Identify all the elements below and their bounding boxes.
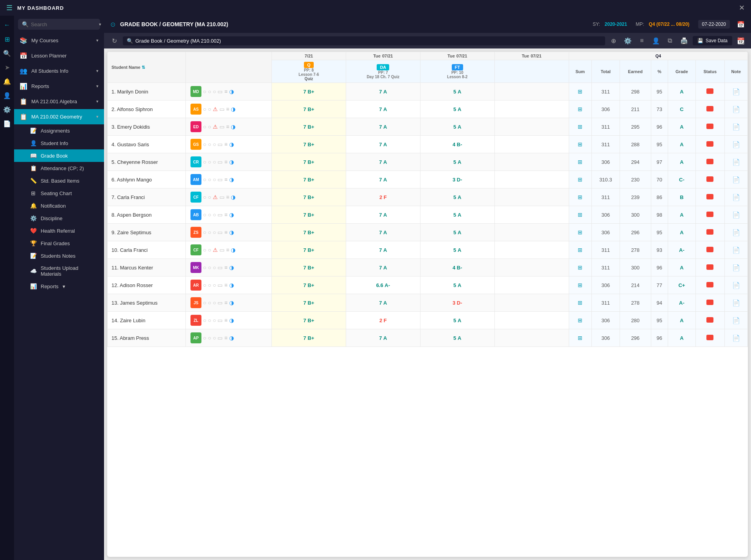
chart-icon[interactable]: ◑ — [229, 159, 234, 165]
circle2-icon[interactable]: ○ — [208, 282, 211, 288]
circle3-icon[interactable]: ○ — [213, 88, 216, 95]
circle2-icon[interactable]: ○ — [208, 124, 211, 130]
msg-icon[interactable]: ▭ — [217, 264, 223, 271]
note-icon[interactable]: 📄 — [732, 176, 740, 183]
msg-icon[interactable]: ▭ — [217, 335, 223, 341]
msg-icon[interactable]: ▭ — [219, 247, 225, 253]
sidebar-item-grade-book[interactable]: 📖 Grade Book — [14, 149, 104, 162]
circle3-icon[interactable]: ○ — [213, 317, 216, 323]
circle-icon[interactable]: ○ — [203, 159, 206, 165]
note-icon[interactable]: 📄 — [732, 159, 740, 165]
sum-icon[interactable]: ⊞ — [578, 176, 582, 183]
chart-icon[interactable]: ◑ — [229, 141, 234, 147]
note-icon[interactable]: 📄 — [732, 141, 740, 148]
sidebar-item-reports-sub[interactable]: 📊 Reports ▾ — [14, 280, 104, 293]
save-button[interactable]: 💾 Save Data — [693, 36, 732, 45]
lines-icon[interactable]: ≡ — [224, 300, 227, 306]
sum-icon[interactable]: ⊞ — [578, 282, 582, 288]
q4-note-cell[interactable]: 📄 — [724, 259, 747, 276]
sort-icon[interactable]: ⇅ — [142, 65, 145, 70]
msg-icon[interactable]: ▭ — [219, 194, 225, 200]
chart-icon[interactable]: ◑ — [229, 88, 234, 95]
circle3-icon[interactable]: ○ — [213, 159, 216, 165]
chart-icon[interactable]: ◑ — [229, 176, 234, 183]
msg-icon[interactable]: ▭ — [217, 88, 223, 95]
lines-icon[interactable]: ≡ — [224, 88, 227, 95]
lines-icon[interactable]: ≡ — [226, 124, 229, 130]
note-icon[interactable]: 📄 — [732, 124, 740, 130]
circle2-icon[interactable]: ○ — [208, 300, 211, 306]
circle2-icon[interactable]: ○ — [208, 159, 211, 165]
note-icon[interactable]: 📄 — [732, 106, 740, 113]
lines-icon[interactable]: ≡ — [224, 264, 227, 271]
msg-icon[interactable]: ▭ — [217, 141, 223, 147]
lines-icon[interactable]: ≡ — [226, 194, 229, 200]
sum-icon[interactable]: ⊞ — [578, 264, 582, 271]
print-icon[interactable]: 🖨️ — [679, 35, 690, 46]
circle-icon[interactable]: ○ — [203, 282, 206, 288]
user-icon-side[interactable]: 👤 — [1, 89, 13, 102]
q4-note-cell[interactable]: 📄 — [724, 294, 747, 312]
sidebar-item-attendance[interactable]: 📋 Attendance (CP; 2) — [14, 162, 104, 174]
arrow-left-icon[interactable]: ← — [1, 19, 13, 31]
refresh-icon[interactable]: ↻ — [109, 35, 120, 46]
lines-icon[interactable]: ≡ — [226, 106, 229, 112]
circle3-icon[interactable]: ○ — [213, 300, 216, 306]
q4-note-cell[interactable]: 📄 — [724, 171, 747, 188]
circle-icon[interactable]: ○ — [203, 124, 206, 130]
sum-icon[interactable]: ⊞ — [578, 141, 582, 147]
circle-icon[interactable]: ○ — [203, 300, 206, 306]
q4-note-cell[interactable]: 📄 — [724, 188, 747, 206]
msg-icon[interactable]: ▭ — [217, 229, 223, 235]
circle2-icon[interactable]: ○ — [208, 88, 211, 95]
sum-icon[interactable]: ⊞ — [578, 159, 582, 165]
circle2-icon[interactable]: ○ — [208, 194, 211, 200]
sum-icon[interactable]: ⊞ — [578, 88, 582, 95]
menu-icon[interactable]: ☰ — [6, 4, 13, 12]
calendar-icon[interactable]: 📅 — [737, 21, 745, 28]
sum-icon[interactable]: ⊞ — [578, 106, 582, 112]
sidebar-item-upload-materials[interactable]: ☁️ Students Upload Materials — [14, 262, 104, 280]
circle-icon[interactable]: ○ — [203, 194, 206, 200]
settings-icon[interactable]: ⚙️ — [1, 103, 13, 116]
chart-icon[interactable]: ◑ — [229, 335, 234, 341]
note-icon[interactable]: 📄 — [732, 282, 740, 289]
lines-icon[interactable]: ≡ — [226, 247, 229, 253]
sum-icon[interactable]: ⊞ — [578, 335, 582, 341]
circle-icon[interactable]: ○ — [203, 247, 206, 253]
sum-icon[interactable]: ⊞ — [578, 229, 582, 235]
chart-icon[interactable]: ◑ — [229, 229, 234, 235]
sidebar-item-std-based[interactable]: 📏 Std. Based Items — [14, 174, 104, 187]
sidebar-item-reports[interactable]: 📊 Reports ▾ — [14, 79, 104, 94]
circle2-icon[interactable]: ○ — [208, 229, 211, 235]
add-icon[interactable]: ⊕ — [608, 35, 619, 46]
lines-icon[interactable]: ≡ — [224, 176, 227, 183]
circle-icon[interactable]: ○ — [203, 264, 206, 271]
sidebar-item-lesson-planner[interactable]: 📅 Lesson Planner — [14, 48, 104, 63]
sidebar-item-my-courses[interactable]: 📚 My Courses ▾ — [14, 33, 104, 48]
sidebar-item-student-info[interactable]: 👤 Student Info — [14, 137, 104, 149]
mp-value[interactable]: Q4 (07/22 ... 08/20) — [649, 22, 690, 27]
lines-icon[interactable]: ≡ — [224, 335, 227, 341]
grade-table-container[interactable]: Student Name ⇅ 7/21 Tue 07/21 — [107, 52, 748, 557]
sidebar-item-health-referral[interactable]: ❤️ Health Referral — [14, 224, 104, 237]
sidebar-search[interactable]: 🔍 ▾ — [18, 19, 100, 30]
q4-note-cell[interactable]: 📄 — [724, 83, 747, 101]
document-icon[interactable]: 📄 — [1, 117, 13, 130]
sidebar-item-assignments[interactable]: 📝 Assignments — [14, 124, 104, 137]
lines-icon[interactable]: ≡ — [224, 212, 227, 218]
circle-icon[interactable]: ○ — [203, 229, 206, 235]
chart-icon[interactable]: ◑ — [229, 264, 234, 271]
search-input[interactable] — [31, 22, 97, 27]
toolbar-search-input[interactable] — [135, 38, 601, 44]
q4-note-cell[interactable]: 📄 — [724, 312, 747, 329]
alert-icon[interactable]: ⚠ — [213, 194, 218, 200]
circle2-icon[interactable]: ○ — [208, 141, 211, 147]
note-icon[interactable]: 📄 — [732, 194, 740, 201]
note-icon[interactable]: 📄 — [732, 247, 740, 253]
circle2-icon[interactable]: ○ — [208, 264, 211, 271]
lines-icon[interactable]: ≡ — [224, 317, 227, 323]
circle-icon[interactable]: ○ — [203, 141, 206, 147]
q4-note-cell[interactable]: 📄 — [724, 153, 747, 171]
settings2-icon[interactable]: ⚙️ — [622, 35, 633, 46]
